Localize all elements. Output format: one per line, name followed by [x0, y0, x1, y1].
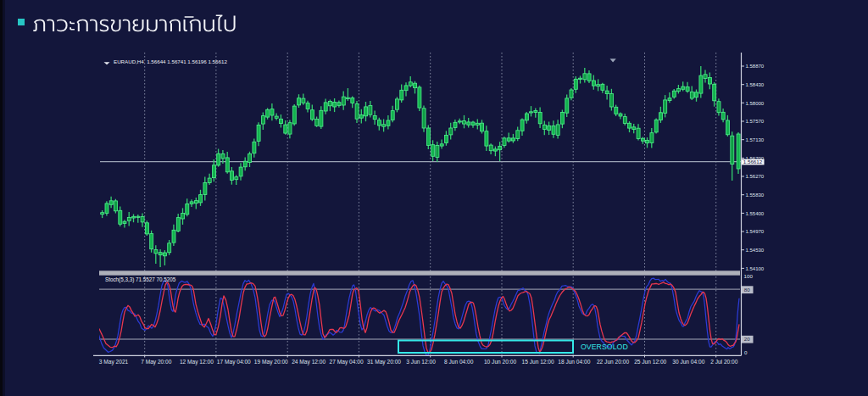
svg-text:31 May 20:00: 31 May 20:00	[367, 359, 401, 365]
svg-text:20: 20	[744, 336, 750, 342]
svg-text:80: 80	[744, 287, 750, 293]
svg-text:0: 0	[744, 349, 748, 355]
svg-text:17 May 04:00: 17 May 04:00	[217, 359, 251, 365]
svg-text:18 Jun 04:00: 18 Jun 04:00	[558, 359, 590, 365]
svg-text:10 Jun 20:00: 10 Jun 20:00	[484, 359, 516, 365]
svg-text:1.58000: 1.58000	[746, 101, 765, 106]
svg-text:1.54530: 1.54530	[746, 248, 765, 253]
svg-text:OVERSOLOD: OVERSOLOD	[581, 343, 628, 351]
svg-text:Stoch(5,3,3) 71.5527 70.5205: Stoch(5,3,3) 71.5527 70.5205	[105, 276, 176, 283]
svg-text:22 Jun 20:00: 22 Jun 20:00	[597, 359, 629, 365]
svg-text:1.56612: 1.56612	[743, 159, 763, 165]
svg-text:24 May 12:00: 24 May 12:00	[292, 359, 326, 365]
svg-text:1.55830: 1.55830	[746, 192, 765, 198]
svg-text:3 Jun 12:00: 3 Jun 12:00	[406, 359, 436, 365]
svg-text:EURAUD,H4 1.56644 1.56741 1.5: EURAUD,H4 1.56644 1.56741 1.56196 1.5661…	[114, 59, 227, 64]
svg-text:30 Jun 04:00: 30 Jun 04:00	[672, 359, 704, 365]
svg-text:1.54100: 1.54100	[746, 266, 765, 271]
svg-text:12 May 12:00: 12 May 12:00	[180, 359, 214, 365]
svg-text:1.55400: 1.55400	[746, 211, 765, 216]
svg-text:2 Jul 20:00: 2 Jul 20:00	[710, 359, 738, 365]
svg-text:1.58430: 1.58430	[746, 82, 765, 87]
svg-text:8 Jun 04:00: 8 Jun 04:00	[444, 359, 474, 365]
svg-text:27 May 04:00: 27 May 04:00	[330, 359, 364, 365]
svg-text:1.56270: 1.56270	[746, 174, 765, 179]
svg-text:3 May 2021: 3 May 2021	[99, 359, 129, 365]
svg-text:19 May 20:00: 19 May 20:00	[254, 359, 288, 365]
svg-text:1.57570: 1.57570	[746, 119, 765, 124]
svg-text:1.54970: 1.54970	[746, 229, 765, 234]
svg-text:25 Jun 12:00: 25 Jun 12:00	[634, 359, 666, 365]
svg-text:15 Jun 12:00: 15 Jun 12:00	[522, 359, 554, 365]
svg-text:100: 100	[744, 273, 754, 279]
svg-text:1.57130: 1.57130	[746, 137, 765, 142]
svg-text:7 May 20:00: 7 May 20:00	[141, 359, 172, 365]
svg-text:1.58870: 1.58870	[746, 64, 765, 69]
